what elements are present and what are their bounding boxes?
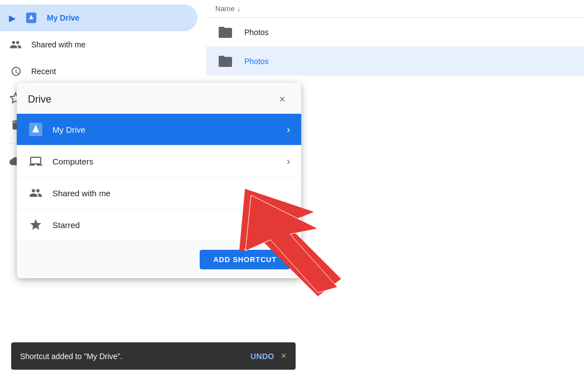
- toast-notification: Shortcut added to "My Drive". UNDO ×: [11, 342, 296, 370]
- toast-message: Shortcut added to "My Drive".: [20, 352, 122, 361]
- file-name: Photos: [244, 28, 269, 37]
- drive-icon: [28, 122, 44, 137]
- popup-item-starred-label: Starred: [52, 220, 80, 230]
- file-list-header: Name ↓: [206, 0, 584, 18]
- popup-close-button[interactable]: ×: [274, 91, 290, 107]
- toast-left: Shortcut added to "My Drive".: [20, 352, 122, 361]
- name-column-header: Name ↓: [215, 4, 240, 13]
- folder-icon: [215, 22, 235, 42]
- sidebar-item-my-drive[interactable]: ▶ My Drive: [0, 4, 197, 31]
- drive-popup: Drive × My Drive › Computers: [17, 83, 301, 278]
- add-shortcut-button[interactable]: ADD SHORTCUT: [200, 250, 290, 269]
- computer-icon: [28, 153, 44, 169]
- popup-item-left: Shared with me: [28, 185, 110, 201]
- toast-actions: UNDO ×: [250, 350, 287, 362]
- popup-item-my-drive[interactable]: My Drive ›: [17, 114, 301, 146]
- table-row[interactable]: Photos: [206, 47, 584, 76]
- popup-item-starred[interactable]: Starred: [17, 209, 301, 241]
- popup-header: Drive ×: [17, 83, 301, 114]
- sidebar-item-my-drive-label: My Drive: [47, 13, 79, 22]
- popup-item-computers[interactable]: Computers ›: [17, 146, 301, 177]
- popup-title: Drive: [28, 94, 51, 105]
- sidebar-item-recent[interactable]: Recent: [0, 58, 197, 85]
- popup-item-chevron: ›: [287, 124, 290, 135]
- sidebar-item-recent-label: Recent: [31, 67, 56, 76]
- toast-close-button[interactable]: ×: [281, 350, 287, 362]
- popup-item-left: Starred: [28, 217, 80, 233]
- table-row[interactable]: Photos: [206, 18, 584, 47]
- expand-chevron: ▶: [9, 13, 16, 23]
- popup-item-left: My Drive: [28, 122, 85, 137]
- people-icon: [28, 185, 44, 201]
- file-name: Photos: [244, 57, 269, 66]
- clock-icon: [9, 65, 22, 78]
- sidebar-item-shared-label: Shared with me: [31, 40, 85, 49]
- popup-footer: ADD SHORTCUT: [17, 241, 301, 278]
- drive-icon: [25, 11, 38, 25]
- folder-icon: [215, 51, 235, 71]
- sort-icon: ↓: [237, 4, 241, 13]
- popup-item-computers-label: Computers: [52, 157, 93, 166]
- toast-undo-button[interactable]: UNDO: [250, 352, 274, 361]
- sidebar-item-shared[interactable]: Shared with me: [0, 31, 197, 58]
- popup-item-my-drive-label: My Drive: [52, 125, 85, 134]
- popup-item-shared-label: Shared with me: [52, 188, 110, 198]
- name-col-label: Name: [215, 4, 235, 13]
- popup-item-shared[interactable]: Shared with me: [17, 177, 301, 209]
- star-icon: [28, 217, 44, 233]
- people-icon: [9, 38, 22, 51]
- popup-item-chevron: ›: [287, 156, 290, 167]
- popup-item-left: Computers: [28, 153, 93, 169]
